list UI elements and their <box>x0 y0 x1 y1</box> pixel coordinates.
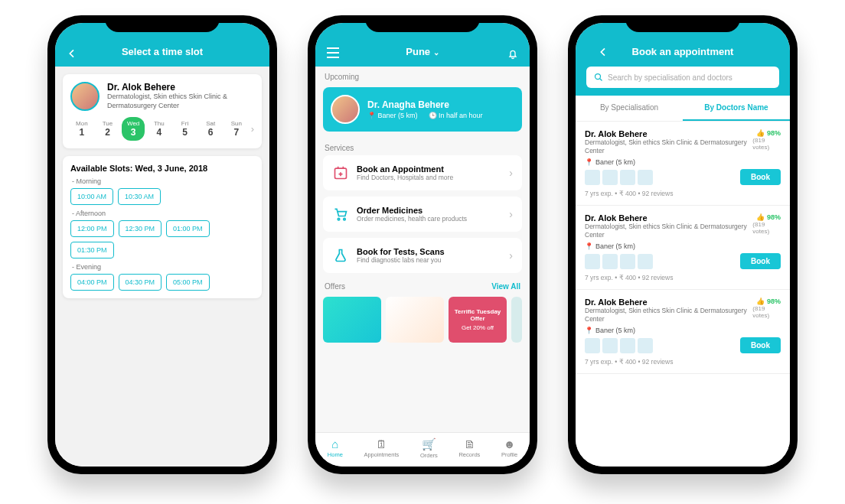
tab-by-specialisation[interactable]: By Specialisation <box>576 96 683 121</box>
day-sat[interactable]: Sat6 <box>199 117 222 141</box>
slot-button[interactable]: 12:00 PM <box>70 220 114 237</box>
avatar <box>331 95 360 124</box>
doctor-list-item[interactable]: Dr. Alok Behere Dermatologist, Skin ethi… <box>576 206 790 290</box>
day-sun[interactable]: Sun7 <box>225 117 248 141</box>
chevron-right-icon: › <box>509 167 513 179</box>
slot-button[interactable]: 12:30 PM <box>119 220 162 237</box>
header: Book an appointment Search by specialisa… <box>576 23 790 96</box>
service-book-appointment[interactable]: Book an Appointment Find Doctors, Hospit… <box>323 155 522 190</box>
doctor-name: Dr. Alok Behere <box>585 298 752 307</box>
tab-profile[interactable]: ☻Profile <box>501 437 517 459</box>
tab-by-doctors-name[interactable]: By Doctors Name <box>683 96 790 121</box>
clinic-photos[interactable] <box>585 170 653 185</box>
doctor-location: Baner (5 km) <box>595 327 635 334</box>
location-button[interactable]: Pune ⌄ <box>406 46 439 57</box>
arrow-left-icon <box>597 46 609 58</box>
doctor-rating: 98% <box>767 129 781 137</box>
slot-button[interactable]: 10:00 AM <box>70 188 113 205</box>
day-thu[interactable]: Thu4 <box>148 117 171 141</box>
bottom-tabbar: ⌂Home 🗓Appointments 🛒Orders 🗎Records ☻Pr… <box>315 432 530 467</box>
offer-subtitle: Get 20% off <box>462 324 494 331</box>
evening-label: - Evening <box>72 263 254 271</box>
thumbs-up-icon: 👍 <box>756 298 765 305</box>
available-slots-label: Available Slots: Wed, 3 June, 2018 <box>70 164 254 173</box>
svg-point-1 <box>338 218 340 220</box>
slot-button[interactable]: 04:30 PM <box>119 274 162 291</box>
tab-appointments[interactable]: 🗓Appointments <box>364 437 399 459</box>
book-button[interactable]: Book <box>740 337 781 353</box>
clinic-photos[interactable] <box>585 254 653 269</box>
service-book-tests[interactable]: Book for Tests, Scans Find diagnostic la… <box>323 238 522 273</box>
doctor-speciality: Dermatologist, Skin ethics Skin Clinic &… <box>107 93 254 110</box>
location-label: Pune <box>406 46 430 57</box>
view-all-link[interactable]: View All <box>491 282 520 291</box>
offer-card[interactable]: Terrific Tuesday Offer Get 20% off <box>449 297 507 343</box>
back-button[interactable] <box>597 46 609 58</box>
menu-button[interactable] <box>326 47 340 58</box>
slot-button[interactable]: 10:30 AM <box>118 188 161 205</box>
day-picker: Mon1 Tue2 Wed3 Thu4 Fri5 Sat6 Sun7 › <box>70 117 254 141</box>
doctor-tabs: By Specialisation By Doctors Name <box>576 96 790 122</box>
morning-label: - Morning <box>72 177 254 185</box>
phone-doctor-list: Book an appointment Search by specialisa… <box>568 15 798 474</box>
upcoming-card[interactable]: Dr. Anagha Behere 📍 Baner (5 km) 🕒 In ha… <box>323 87 522 132</box>
service-order-medicines[interactable]: Order Medicines Order medicines, health … <box>323 197 522 232</box>
doctor-location: Baner (5 km) <box>595 158 635 166</box>
chevron-down-icon: ⌄ <box>433 48 439 57</box>
doctor-votes: (819 votes) <box>752 305 781 319</box>
book-button[interactable]: Book <box>740 253 781 269</box>
tab-home[interactable]: ⌂Home <box>328 437 343 459</box>
doctor-rating: 98% <box>767 298 781 305</box>
user-icon: ☻ <box>501 437 517 450</box>
calendar-icon: 🗓 <box>364 437 399 450</box>
calendar-plus-icon <box>332 164 349 181</box>
doctor-name: Dr. Alok Behere <box>585 129 752 138</box>
doctor-votes: (819 votes) <box>752 137 781 151</box>
slot-button[interactable]: 01:30 PM <box>70 242 114 259</box>
file-icon: 🗎 <box>458 437 480 450</box>
clinic-photos[interactable] <box>585 338 653 353</box>
notch <box>365 15 480 32</box>
service-subtitle: Find Doctors, Hospitals and more <box>357 174 453 181</box>
service-subtitle: Find diagnostic labs near you <box>357 256 445 264</box>
day-wed[interactable]: Wed3 <box>122 117 145 141</box>
doctor-speciality: Dermatologist, Skin ethics Skin Clinic &… <box>585 307 752 324</box>
slots-card: Available Slots: Wed, 3 June, 2018 - Mor… <box>63 156 262 298</box>
back-button[interactable] <box>66 47 78 60</box>
chevron-right-icon[interactable]: › <box>251 123 254 135</box>
upcoming-location: Baner (5 km) <box>378 112 418 119</box>
offers-label: Offers <box>325 282 345 291</box>
tab-records[interactable]: 🗎Records <box>458 437 480 459</box>
doctor-name: Dr. Alok Behere <box>585 213 752 223</box>
chevron-right-icon: › <box>509 208 513 220</box>
book-button[interactable]: Book <box>740 169 781 185</box>
slot-button[interactable]: 01:00 PM <box>166 220 210 237</box>
doctor-list-item[interactable]: Dr. Alok Behere Dermatologist, Skin ethi… <box>576 290 790 374</box>
doctor-location: Baner (5 km) <box>595 242 635 250</box>
offer-card[interactable] <box>323 297 381 343</box>
notifications-button[interactable] <box>507 47 519 60</box>
service-title: Book an Appointment <box>357 164 453 174</box>
doctor-rating: 98% <box>767 213 781 221</box>
search-input[interactable]: Search by specialisation and doctors <box>586 67 779 88</box>
tab-orders[interactable]: 🛒Orders <box>420 437 438 459</box>
day-mon[interactable]: Mon1 <box>70 117 93 141</box>
day-fri[interactable]: Fri5 <box>174 117 197 141</box>
offer-card[interactable] <box>511 297 522 343</box>
cart-icon: 🛒 <box>420 437 438 451</box>
day-tue[interactable]: Tue2 <box>96 117 119 141</box>
arrow-left-icon <box>66 47 78 60</box>
offers-carousel[interactable]: Terrific Tuesday Offer Get 20% off <box>315 294 530 349</box>
slot-button[interactable]: 04:00 PM <box>70 274 114 291</box>
home-icon: ⌂ <box>328 437 343 450</box>
upcoming-eta: In half an hour <box>439 112 483 119</box>
doctor-meta: 7 yrs exp. • ₹ 400 • 92 reviews <box>585 274 781 281</box>
offer-card[interactable] <box>386 297 444 343</box>
slot-button[interactable]: 05:00 PM <box>166 274 210 291</box>
afternoon-label: - Afternoon <box>72 210 254 217</box>
cart-icon <box>332 206 349 223</box>
pin-icon: 📍 <box>585 158 593 166</box>
doctor-meta: 7 yrs exp. • ₹ 400 • 92 reviews <box>585 190 781 197</box>
doctor-list-item[interactable]: Dr. Alok Behere Dermatologist, Skin ethi… <box>576 122 790 206</box>
service-title: Order Medicines <box>357 206 467 215</box>
